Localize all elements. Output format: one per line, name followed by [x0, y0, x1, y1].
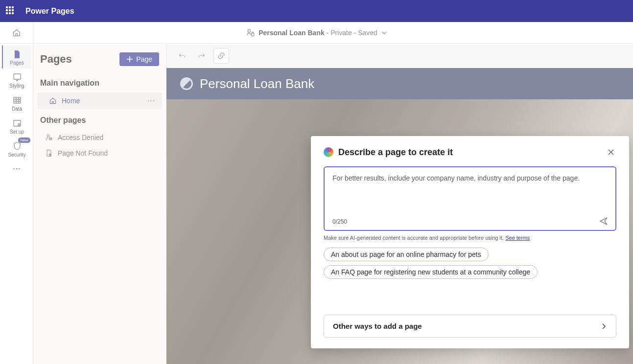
prompt-input-container: 0/250	[324, 166, 616, 231]
copilot-create-page-dialog: Describe a page to create it 0/250 Make …	[311, 136, 629, 348]
copilot-icon	[324, 147, 333, 157]
close-button[interactable]	[606, 147, 616, 158]
send-button[interactable]	[599, 216, 609, 226]
suggestion-chip[interactable]: An about us page for an online pharmacy …	[324, 248, 489, 261]
terms-link[interactable]: See terms	[505, 235, 530, 241]
prompt-textarea[interactable]	[332, 174, 608, 208]
disclaimer-text: Make sure AI-generated content is accura…	[324, 235, 505, 241]
global-topbar: Power Pages	[0, 0, 633, 22]
other-ways-label: Other ways to add a page	[333, 322, 422, 330]
app-launcher-icon[interactable]	[6, 6, 16, 16]
dialog-title: Describe a page to create it	[338, 147, 453, 158]
product-title: Power Pages	[25, 7, 74, 16]
chevron-right-icon	[600, 323, 607, 330]
other-ways-button[interactable]: Other ways to add a page	[324, 315, 616, 338]
ai-disclaimer: Make sure AI-generated content is accura…	[324, 235, 616, 241]
char-count: 0/250	[332, 218, 347, 225]
suggestion-chips: An about us page for an online pharmacy …	[324, 248, 616, 279]
suggestion-chip[interactable]: An FAQ page for registering new students…	[324, 265, 538, 279]
